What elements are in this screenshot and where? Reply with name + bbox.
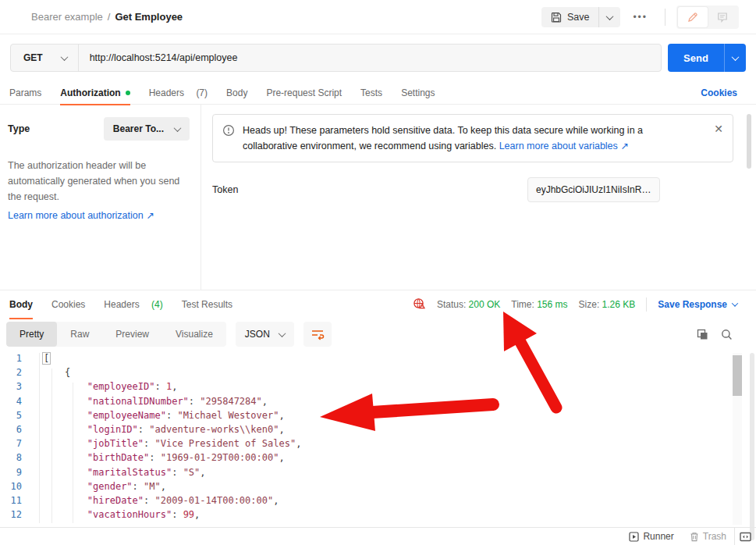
tab-prerequest[interactable]: Pre-request Script [257,81,351,105]
page-scrollbar[interactable] [750,353,754,540]
response-tab-headers[interactable]: Headers (4) [94,293,172,316]
tab-params[interactable]: Params [0,81,51,105]
response-toolbar: Pretty Raw Preview Visualize JSON [6,322,750,347]
indent-guide [51,369,52,523]
method-label: GET [23,52,43,63]
token-label: Token [212,184,238,195]
response-tab-test-results[interactable]: Test Results [172,293,242,316]
tab-headers[interactable]: Headers (7) [140,81,217,105]
code-lines: 1[2 {3 "employeeID": 1,4 "nationalIDNumb… [0,351,733,522]
method-select[interactable]: GET [11,45,79,71]
info-icon [222,124,235,137]
tab-tests[interactable]: Tests [351,81,392,105]
url-input[interactable] [79,45,661,71]
chevron-down-icon [60,53,68,61]
copy-icon[interactable] [697,329,708,340]
banner-text: Heads up! These parameters hold sensitiv… [243,123,700,154]
response-tab-cookies[interactable]: Cookies [42,293,94,316]
request-bar: GET Send [10,44,746,72]
code-line: 11 "hireDate": "2009-01-14T00:00:00", [0,493,733,508]
response-body-viewer[interactable]: 1[2 {3 "employeeID": 1,4 "nationalIDNumb… [0,351,733,526]
view-raw[interactable]: Raw [57,322,102,347]
chevron-down-icon [278,329,286,337]
format-select[interactable]: JSON [236,322,294,347]
size-value: 1.26 KB [602,299,636,310]
pencil-icon [687,12,698,23]
panel-toggle-icon [740,532,751,542]
response-headers-count: (4) [151,299,163,310]
request-tabs: Params Authorization Headers (7) Body Pr… [0,81,756,105]
size-pair: Size: 1.26 KB [579,299,636,310]
meta-divider [646,297,647,312]
time-pair: Time: 156 ms [511,299,567,310]
variables-learn-more-link[interactable]: Learn more about variables ↗ [499,141,629,151]
close-icon[interactable]: ✕ [714,123,723,154]
sensitive-data-banner: Heads up! These parameters hold sensitiv… [212,114,733,162]
auth-learn-more-link[interactable]: Learn more about authorization ↗ [0,205,201,221]
send-button[interactable]: Send [668,44,724,72]
auth-description: The authorization header will be automat… [0,141,201,205]
send-button-group: Send [668,44,746,72]
view-visualize[interactable]: Visualize [162,322,226,347]
token-input[interactable] [527,177,660,202]
floppy-icon [551,12,562,23]
comments-button[interactable] [708,7,737,27]
time-value: 156 ms [537,299,567,310]
code-line: 1[ [0,351,733,365]
breadcrumb-request-name[interactable]: Get Employee [115,11,183,23]
code-line: 6 "loginID": "adventure-works\\ken0", [0,422,733,436]
code-scrollbar-thumb[interactable] [733,355,742,396]
tab-authorization[interactable]: Authorization [51,81,139,105]
auth-type-panel: Type Bearer To... The authorization head… [0,105,201,290]
response-tabs: Body Cookies Headers (4) Test Results St… [0,290,756,318]
status-pair: Status: 200 OK [437,299,500,310]
view-preview[interactable]: Preview [102,322,162,347]
runner-icon [629,532,639,542]
send-options-button[interactable] [724,44,746,72]
footer-bar: Runner Trash [0,527,756,545]
wrap-lines-button[interactable] [303,322,332,347]
auth-type-label: Type [8,123,30,134]
save-options-button[interactable] [598,7,620,27]
response-meta: Status: 200 OK Time: 156 ms Size: 1.26 K… [413,297,737,312]
code-line: 5 "employeeName": "Michael Westover", [0,408,733,422]
runner-button[interactable]: Runner [621,531,681,542]
chevron-down-icon [606,12,614,20]
trash-icon [690,532,699,542]
edit-comment-group [676,5,739,29]
indent-guide [73,383,73,523]
url-bar: GET [10,44,662,72]
gutter-divider [39,353,40,523]
edit-request-button[interactable] [678,7,708,27]
code-line: 9 "maritalStatus": "S", [0,465,733,479]
code-line: 8 "birthDate": "1969-01-29T00:00:00", [0,451,733,465]
code-line: 10 "gender": "M", [0,479,733,493]
view-mode-group: Pretty Raw Preview Visualize [6,322,226,347]
auth-type-select[interactable]: Bearer To... [104,117,190,141]
breadcrumb: Bearer example / Get Employee [31,11,183,23]
breadcrumb-collection[interactable]: Bearer example [31,11,103,23]
tab-settings[interactable]: Settings [392,81,444,105]
response-tab-body[interactable]: Body [0,293,42,316]
save-button[interactable]: Save [541,7,599,27]
code-line: 12 "vacationHours": 99, [0,508,733,522]
header-bar: Bearer example / Get Employee Save ••• [0,0,756,34]
cookies-link[interactable]: Cookies [701,87,737,98]
status-value: 200 OK [469,299,501,310]
postman-window: Bearer example / Get Employee Save ••• [0,0,756,545]
panel-scrollbar[interactable] [747,114,751,169]
more-options-button[interactable]: ••• [626,7,654,27]
auth-configured-dot [126,91,130,95]
chevron-down-icon [174,124,182,132]
view-pretty[interactable]: Pretty [6,322,57,347]
trash-button[interactable]: Trash [682,531,734,542]
panel-toggle-button[interactable] [735,532,756,542]
save-response-button[interactable]: Save Response [658,299,737,310]
comment-icon [717,12,728,23]
tab-body[interactable]: Body [217,81,257,105]
code-line: 4 "nationalIDNumber": "295847284", [0,394,733,408]
wrap-lines-icon [311,328,325,340]
code-line: 7 "jobTitle": "Vice President of Sales", [0,436,733,451]
search-icon[interactable] [721,329,733,340]
code-line: 3 "employeeID": 1, [0,379,733,394]
